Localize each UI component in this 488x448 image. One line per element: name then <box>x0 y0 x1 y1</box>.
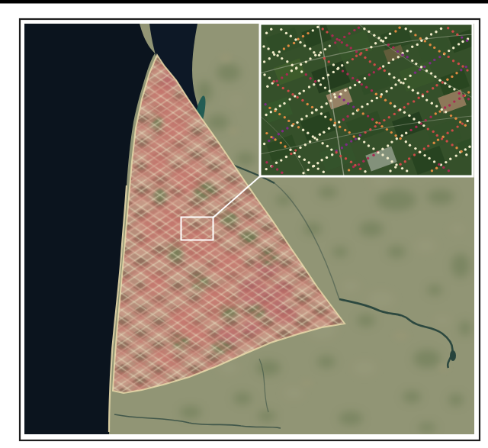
flight-line-dot <box>298 156 300 158</box>
flight-line-dot <box>448 169 450 172</box>
flight-line-dot <box>343 36 345 38</box>
flight-line-dot <box>364 56 366 59</box>
flight-line-dot <box>281 57 283 60</box>
flight-line-dot <box>353 29 355 31</box>
flight-line-dot <box>353 135 355 137</box>
flight-line-dot <box>460 69 462 71</box>
flight-line-dot <box>280 141 282 143</box>
flight-line-dot <box>329 44 331 47</box>
flight-line-dot <box>465 66 467 68</box>
flight-line-dot <box>456 125 458 127</box>
flight-line-dot <box>430 33 432 35</box>
flight-line-dot <box>370 46 372 48</box>
flight-line-dot <box>276 80 278 82</box>
flight-line-dot <box>264 103 266 105</box>
flight-line-dot <box>361 83 363 85</box>
flight-line-dot <box>429 62 431 64</box>
flight-line-dot <box>428 157 430 160</box>
flight-line-dot <box>404 160 406 163</box>
flight-line-dot <box>352 77 354 79</box>
flight-line-dot <box>429 116 432 118</box>
flight-line-dot <box>385 90 387 92</box>
flight-line-dot <box>441 108 443 111</box>
flight-line-dot <box>405 132 407 134</box>
flight-line-dot <box>425 37 428 40</box>
flight-line-dot <box>416 44 419 46</box>
flight-line-dot <box>339 93 342 95</box>
flight-line-dot <box>435 167 438 169</box>
flight-line-dot <box>287 44 290 47</box>
flight-line-dot <box>339 155 342 157</box>
flight-line-dot <box>434 76 436 78</box>
flight-line-dot <box>348 32 350 34</box>
flight-line-dot <box>326 102 328 105</box>
flight-line-dot <box>355 137 357 140</box>
flight-line-dot <box>307 32 309 34</box>
flight-line-dot <box>411 60 413 62</box>
flight-line-dot <box>339 39 341 41</box>
flight-line-dot <box>283 102 285 105</box>
flight-line-dot <box>414 147 416 150</box>
flight-line-dot <box>374 63 376 66</box>
flight-line-dot <box>368 31 370 33</box>
flight-line-dot <box>467 91 470 93</box>
flight-line-dot <box>375 121 377 124</box>
flight-line-dot <box>318 54 320 56</box>
flight-line-dot <box>459 121 461 123</box>
flight-line-dot <box>342 69 344 72</box>
flight-line-dot <box>307 169 309 171</box>
flight-line-dot <box>458 98 461 100</box>
flight-line-dot <box>393 76 395 79</box>
flight-line-dot <box>334 41 336 44</box>
flight-line-dot <box>272 80 274 82</box>
flight-line-dot <box>429 44 432 46</box>
flight-line-dot <box>313 51 315 53</box>
flight-line-dot <box>375 93 377 95</box>
flight-line-dot <box>320 112 323 114</box>
flight-line-dot <box>341 147 343 149</box>
flight-line-dot <box>392 58 394 60</box>
flight-line-dot <box>409 129 412 131</box>
flight-line-dot <box>294 95 296 97</box>
flight-line-dot <box>392 47 394 49</box>
flight-line-dot <box>327 74 329 76</box>
flight-line-dot <box>354 84 356 86</box>
flight-line-dot <box>359 134 361 136</box>
flight-line-dot <box>448 85 451 88</box>
flight-line-dot <box>319 83 322 85</box>
flight-line-dot <box>403 106 406 108</box>
flight-line-dot <box>389 33 391 35</box>
flight-line-dot <box>367 157 369 160</box>
flight-line-dot <box>435 112 437 114</box>
flight-line-dot <box>363 27 365 30</box>
flight-line-dot <box>331 34 333 37</box>
flight-line-dot <box>407 85 409 88</box>
flight-line-dot <box>263 60 265 63</box>
flight-line-dot <box>445 111 447 113</box>
flight-line-dot <box>287 120 290 122</box>
flight-line-dot <box>355 55 358 57</box>
flight-line-dot <box>433 160 435 163</box>
flight-line-dot <box>443 53 445 55</box>
flight-line-dot <box>423 154 425 156</box>
flight-line-dot <box>416 92 419 94</box>
flight-line-dot <box>404 78 406 80</box>
flight-line-dot <box>452 47 454 49</box>
flight-line-dot <box>368 73 371 76</box>
flight-line-dot <box>294 38 297 40</box>
flight-line-dot <box>303 44 306 47</box>
flight-line-dot <box>324 115 326 118</box>
flight-line-dot <box>331 153 333 156</box>
flight-line-dot <box>337 67 339 69</box>
flight-line-dot <box>359 53 361 56</box>
flight-line-dot <box>420 66 422 68</box>
flight-line-dot <box>400 81 402 83</box>
flight-line-dot <box>348 131 351 134</box>
flight-line-dot <box>324 86 326 89</box>
flight-line-dot <box>320 159 323 161</box>
flight-line-dot <box>372 154 374 156</box>
flight-line-dot <box>309 140 311 143</box>
flight-line-dot <box>438 163 440 166</box>
flight-line-dot <box>268 57 271 60</box>
flight-line-dot <box>345 143 348 146</box>
